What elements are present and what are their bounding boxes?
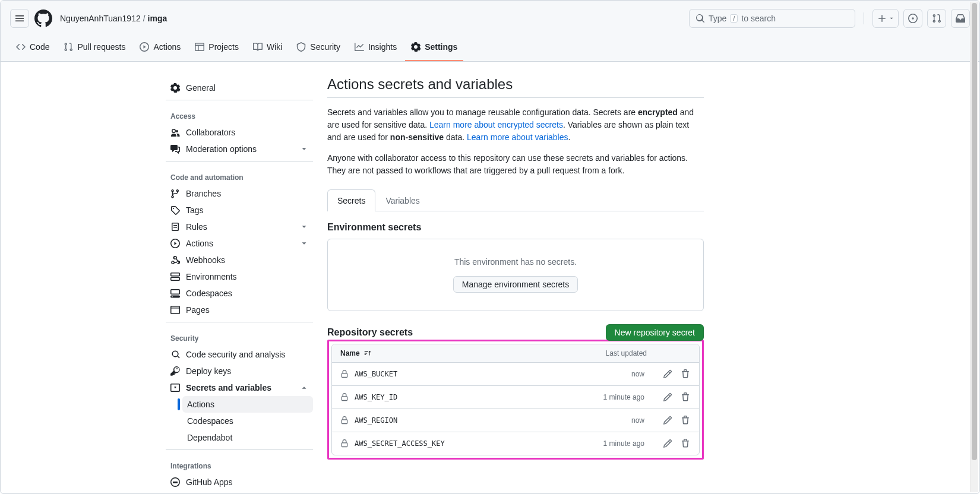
sidebar-item-label: Branches [186, 189, 221, 198]
tab-secrets[interactable]: Secrets [327, 189, 375, 211]
table-row: AWS_BUCKETnow [332, 363, 699, 386]
col-name-label: Name [340, 349, 360, 357]
breadcrumb-owner[interactable]: NguyenAnhTuan1912 [60, 14, 141, 23]
link-encrypted-secrets[interactable]: Learn more about encrypted secrets [429, 120, 563, 129]
pull-requests-button[interactable] [927, 9, 946, 28]
env-secrets-title: Environment secrets [327, 222, 704, 233]
git-pull-request-icon [64, 42, 73, 52]
nav-insights[interactable]: Insights [349, 33, 403, 61]
text: . [568, 132, 570, 142]
sidebar-code-security[interactable]: Code security and analysis [166, 346, 313, 363]
sidebar-github-apps[interactable]: GitHub Apps [166, 474, 313, 490]
sidebar-item-label: General [186, 83, 216, 93]
sidebar-email-notif[interactable]: Email notifications [166, 490, 313, 494]
sidebar-secrets[interactable]: Secrets and variables [166, 379, 313, 396]
triangle-down-icon [889, 15, 894, 21]
search-placeholder: Type [709, 14, 726, 23]
sidebar-item-label: Webhooks [186, 255, 225, 265]
sidebar-item-label: Pages [186, 305, 210, 315]
tabbar: Secrets Variables [327, 189, 704, 211]
chevron-down-icon [300, 145, 308, 153]
table-row: AWS_REGIONnow [332, 409, 699, 432]
create-new-button[interactable] [872, 9, 899, 28]
sidebar-pages[interactable]: Pages [166, 302, 313, 318]
git-pull-request-icon [932, 14, 941, 23]
nav-wiki[interactable]: Wiki [247, 33, 288, 61]
sidebar-tags[interactable]: Tags [166, 202, 313, 218]
nav-projects[interactable]: Projects [189, 33, 245, 61]
trash-icon [681, 416, 690, 425]
table-icon [195, 42, 204, 52]
sidebar-actions[interactable]: Actions [166, 235, 313, 252]
nav-settings-label: Settings [425, 42, 457, 52]
trash-icon [681, 392, 690, 402]
server-icon [170, 272, 180, 281]
hamburger-menu[interactable] [10, 9, 29, 28]
sidebar-webhooks[interactable]: Webhooks [166, 252, 313, 268]
sidebar-codespaces[interactable]: Codespaces [166, 285, 313, 302]
secret-updated: now [603, 370, 644, 378]
edit-secret-button[interactable] [662, 438, 673, 449]
gear-icon [411, 42, 421, 52]
lock-icon-wrap [340, 439, 349, 448]
text: data. [444, 132, 467, 142]
edit-secret-button[interactable] [662, 369, 673, 379]
trash-icon [681, 369, 690, 379]
browser-icon [170, 305, 180, 315]
sidebar-secrets-actions[interactable]: Actions [182, 396, 313, 413]
inbox-button[interactable] [951, 9, 970, 28]
delete-secret-button[interactable] [680, 415, 691, 426]
sidebar-secrets-dependabot[interactable]: Dependabot [182, 429, 313, 446]
nav-actions[interactable]: Actions [134, 33, 186, 61]
issues-button[interactable] [903, 9, 922, 28]
nav-settings[interactable]: Settings [405, 33, 463, 61]
sidebar-item-label: Codespaces [187, 416, 233, 426]
lock-icon [340, 393, 349, 401]
nav-security[interactable]: Security [290, 33, 346, 61]
sidebar-branches[interactable]: Branches [166, 185, 313, 202]
scrollbar-thumb[interactable] [972, 3, 977, 460]
secret-name: AWS_BUCKET [355, 370, 397, 378]
sidebar-deploy-keys[interactable]: Deploy keys [166, 363, 313, 379]
search-input[interactable]: Type / to search [689, 9, 855, 28]
sidebar-environments[interactable]: Environments [166, 268, 313, 285]
sidebar-item-label: Environments [186, 272, 237, 281]
pencil-icon [663, 416, 672, 425]
sidebar-item-label: Dependabot [187, 433, 232, 442]
nav-code[interactable]: Code [10, 33, 55, 61]
scrollbar-track[interactable] [970, 2, 978, 492]
edit-secret-button[interactable] [662, 392, 673, 403]
sidebar-item-label: Actions [187, 400, 214, 409]
nav-projects-label: Projects [208, 42, 239, 52]
sidebar-rules[interactable]: Rules [166, 218, 313, 235]
sidebar-moderation[interactable]: Moderation options [166, 141, 313, 157]
edit-secret-button[interactable] [662, 415, 673, 426]
secret-name: AWS_KEY_ID [355, 393, 397, 401]
book-icon [253, 42, 263, 52]
intro-paragraph-2: Anyone with collaborator access to this … [327, 152, 704, 177]
link-variables[interactable]: Learn more about variables [467, 132, 568, 142]
key-asterisk-icon [170, 383, 180, 392]
delete-secret-button[interactable] [680, 392, 691, 403]
github-logo[interactable] [34, 9, 53, 28]
sort-icon[interactable] [363, 349, 372, 357]
breadcrumb: NguyenAnhTuan1912 / imga [60, 14, 167, 23]
new-repo-secret-button[interactable]: New repository secret [606, 324, 704, 341]
nav-pulls[interactable]: Pull requests [58, 33, 131, 61]
manage-env-secrets-button[interactable]: Manage environment secrets [453, 276, 578, 293]
nav-wiki-label: Wiki [267, 42, 282, 52]
chevron-down-icon [300, 223, 308, 231]
sidebar-general[interactable]: General [166, 80, 313, 96]
mark-github-icon [34, 10, 52, 27]
pencil-icon [663, 369, 672, 379]
sidebar-item-label: Actions [186, 239, 213, 248]
sidebar-secrets-codespaces[interactable]: Codespaces [182, 413, 313, 429]
delete-secret-button[interactable] [680, 438, 691, 449]
env-secrets-box: This environment has no secrets. Manage … [327, 239, 704, 311]
settings-sidebar: General Access Collaborators Moderation … [166, 76, 313, 494]
sidebar-collaborators[interactable]: Collaborators [166, 124, 313, 141]
tab-variables[interactable]: Variables [375, 189, 429, 211]
delete-secret-button[interactable] [680, 369, 691, 379]
breadcrumb-repo[interactable]: imga [148, 14, 167, 23]
table-row: AWS_KEY_ID1 minute ago [332, 386, 699, 409]
